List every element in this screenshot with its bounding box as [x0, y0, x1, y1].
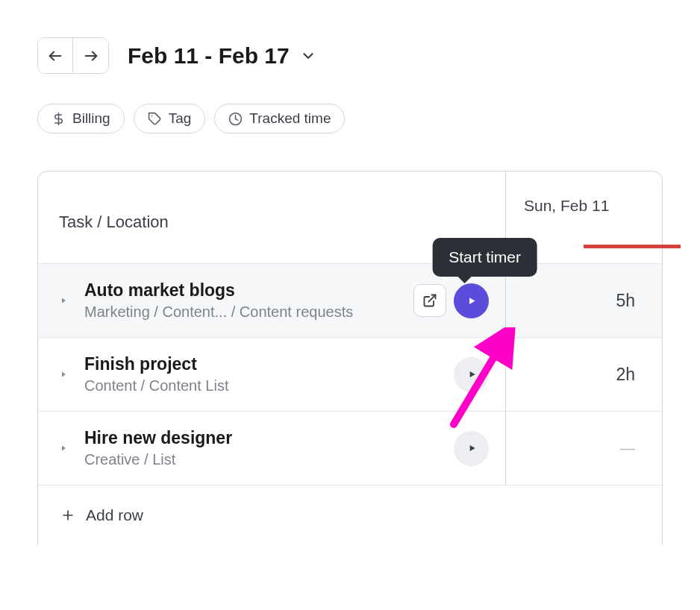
- clock-icon: [228, 112, 243, 126]
- table-row: Auto market blogs Marketing / Content...…: [38, 263, 662, 337]
- row-actions: [454, 357, 489, 392]
- table-row: Finish project Content / Content List 2h: [38, 337, 662, 411]
- external-link-icon: [422, 293, 437, 308]
- task-title: Finish project: [84, 354, 439, 374]
- caret-right-icon: [59, 370, 68, 379]
- filter-tracked-time-label: Tracked time: [249, 110, 331, 127]
- task-title: Hire new designer: [84, 428, 439, 448]
- task-texts: Auto market blogs Marketing / Content...…: [84, 280, 399, 321]
- table-header: Task / Location Sun, Feb 11: [38, 172, 662, 263]
- play-icon: [466, 295, 477, 306]
- filter-billing-label: Billing: [72, 110, 110, 127]
- filter-tag-label: Tag: [169, 110, 192, 127]
- chevron-down-icon: [300, 48, 316, 64]
- task-title: Auto market blogs: [84, 280, 399, 301]
- time-value: 5h: [616, 291, 635, 311]
- task-cell[interactable]: Hire new designer Creative / List: [38, 412, 506, 485]
- tag-icon: [148, 112, 162, 126]
- play-icon: [466, 443, 477, 453]
- date-range-selector[interactable]: Feb 11 - Feb 17: [128, 43, 316, 69]
- task-cell[interactable]: Finish project Content / Content List: [38, 338, 506, 411]
- start-timer-tooltip: Start timer: [432, 238, 537, 277]
- expand-toggle[interactable]: [57, 442, 69, 454]
- task-texts: Finish project Content / Content List: [84, 354, 439, 394]
- start-timer-button[interactable]: Start timer: [454, 283, 489, 318]
- arrow-left-icon: [47, 48, 63, 64]
- date-arrow-group: [37, 37, 109, 74]
- task-path: Marketing / Content... / Content request…: [84, 304, 399, 321]
- row-actions: Start timer: [413, 283, 489, 318]
- start-timer-button[interactable]: [454, 357, 489, 392]
- next-week-button[interactable]: [73, 38, 108, 73]
- row-actions: [454, 431, 489, 466]
- task-path: Creative / List: [84, 451, 439, 468]
- task-texts: Hire new designer Creative / List: [84, 428, 439, 468]
- task-path: Content / Content List: [84, 377, 439, 394]
- date-nav: Feb 11 - Feb 17: [37, 37, 663, 74]
- time-cell[interactable]: —: [506, 412, 662, 485]
- time-cell[interactable]: 2h: [506, 338, 662, 411]
- filter-tracked-time[interactable]: Tracked time: [214, 104, 345, 133]
- add-row-label: Add row: [86, 506, 143, 524]
- timesheet-table: Task / Location Sun, Feb 11 Auto market …: [37, 171, 663, 545]
- table-row: Hire new designer Creative / List —: [38, 411, 662, 485]
- arrow-right-icon: [83, 48, 99, 64]
- add-row-button[interactable]: Add row: [38, 485, 662, 545]
- time-value: 2h: [616, 365, 635, 385]
- filter-chips: Billing Tag Tracked time: [37, 104, 663, 133]
- svg-line-5: [428, 295, 435, 302]
- prev-week-button[interactable]: [38, 38, 73, 73]
- dollar-icon: [51, 112, 66, 126]
- task-cell[interactable]: Auto market blogs Marketing / Content...…: [38, 264, 506, 337]
- start-timer-button[interactable]: [454, 431, 489, 466]
- caret-right-icon: [59, 444, 68, 453]
- caret-right-icon: [59, 296, 68, 305]
- time-value: —: [620, 440, 635, 457]
- date-range-text: Feb 11 - Feb 17: [128, 43, 290, 69]
- open-task-button[interactable]: [413, 284, 446, 317]
- expand-toggle[interactable]: [57, 368, 69, 380]
- expand-toggle[interactable]: [57, 295, 69, 306]
- filter-tag[interactable]: Tag: [134, 104, 206, 133]
- filter-billing[interactable]: Billing: [37, 104, 125, 133]
- plus-icon: [60, 508, 75, 523]
- play-icon: [466, 369, 477, 380]
